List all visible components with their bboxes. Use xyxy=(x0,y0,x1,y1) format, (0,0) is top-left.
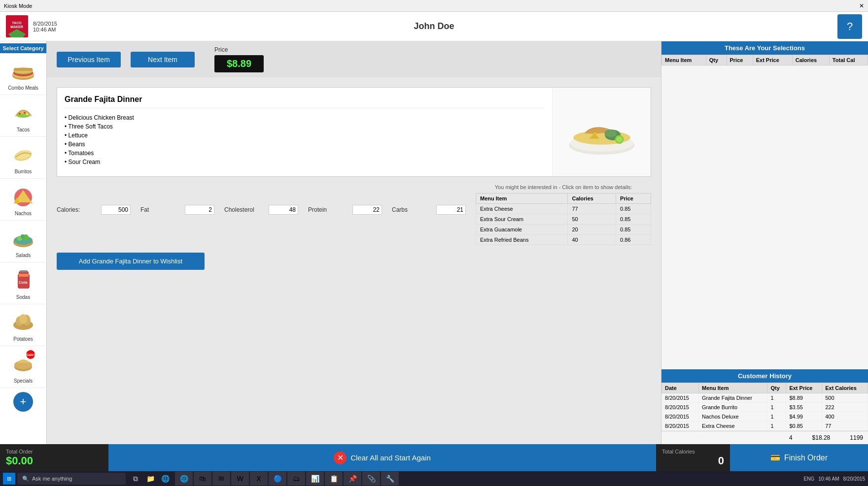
sidebar-item-potatoes[interactable]: Potatoes xyxy=(0,304,46,346)
salads-label: Salads xyxy=(16,253,31,258)
wishlist-container: Add Grande Fajita Dinner to Wishlist xyxy=(57,253,205,270)
app-misc5[interactable]: 📎 xyxy=(362,472,380,486)
suggestion-name-1: Extra Sour Cream xyxy=(476,214,568,225)
suggestion-name-3: Extra Refried Beans xyxy=(476,235,568,245)
fat-value[interactable] xyxy=(185,205,214,215)
sidebar-item-specials[interactable]: Sale! Specials xyxy=(0,346,46,388)
close-button[interactable]: ✕ xyxy=(859,2,864,9)
item-ingredients: Delicious Chicken Breast Three Soft Taco… xyxy=(65,113,545,166)
hist-price-3: $0.85 xyxy=(786,421,822,431)
suggestion-price-1: 0.85 xyxy=(616,214,651,225)
selections-table: Menu Item Qty Price Ext Price Calories T… xyxy=(661,55,868,65)
app-store[interactable]: 🛍 xyxy=(194,472,211,486)
price-display: $8.89 xyxy=(214,55,264,72)
sidebar-item-salads[interactable]: Salads xyxy=(0,221,46,262)
taskview-button[interactable]: ⧉ xyxy=(130,473,141,485)
suggestion-name-2: Extra Guacamole xyxy=(476,225,568,235)
title-bar-text: Kiosk Mode xyxy=(4,3,32,9)
total-calories-section: Total Calories 0 xyxy=(656,444,730,471)
app-excel[interactable]: X xyxy=(250,472,268,486)
suggestion-price-3: 0.86 xyxy=(616,235,651,245)
title-bar: Kiosk Mode ✕ xyxy=(0,0,868,12)
sidebar-item-nachos[interactable]: Nachos xyxy=(0,179,46,221)
app-chrome[interactable]: 🔵 xyxy=(269,472,286,486)
suggestion-row-0[interactable]: Extra Cheese 77 0.85 xyxy=(476,204,651,214)
app-mail[interactable]: ✉ xyxy=(212,472,230,486)
suggestion-row-2[interactable]: Extra Guacamole 20 0.85 xyxy=(476,225,651,235)
edge-button[interactable]: 🌐 xyxy=(159,473,171,485)
app-misc3[interactable]: 📋 xyxy=(325,472,343,486)
hist-date-1: 8/20/2015 xyxy=(662,403,699,412)
finish-label: Finish Order xyxy=(784,454,828,462)
wishlist-button[interactable]: Add Grande Fajita Dinner to Wishlist xyxy=(57,253,205,270)
svg-rect-27 xyxy=(20,270,28,272)
svg-point-33 xyxy=(19,314,27,324)
suggestion-row-1[interactable]: Extra Sour Cream 50 0.85 xyxy=(476,214,651,225)
hist-cal-3: 77 xyxy=(822,421,868,431)
finish-order-button[interactable]: 💳 Finish Order xyxy=(730,444,868,471)
svg-rect-9 xyxy=(14,68,33,71)
main-container: Select Category Combo Meals xyxy=(0,41,868,444)
customer-history-header: Customer History xyxy=(661,369,868,383)
app-misc6[interactable]: 🔧 xyxy=(381,472,399,486)
suggestions-section: You might be interested in - Click on it… xyxy=(476,184,651,245)
app-misc2[interactable]: 📊 xyxy=(306,472,324,486)
taskbar: ⊞ 🔍 Ask me anything ⧉ 📁 🌐 🌐 🛍 ✉ W X 🔵 🗂 … xyxy=(0,471,868,486)
sidebar-item-tacos[interactable]: Tacos xyxy=(0,95,46,137)
fat-label: Fat xyxy=(140,206,185,213)
sel-col-menu-item: Menu Item xyxy=(662,55,706,65)
app-ie[interactable]: 🌐 xyxy=(175,472,193,486)
hist-item-0: Grande Fajita Dinner xyxy=(699,393,767,403)
explorer-button[interactable]: 📁 xyxy=(144,473,156,485)
app-misc1[interactable]: 🗂 xyxy=(287,472,305,486)
hist-date-3: 8/20/2015 xyxy=(662,421,699,431)
hist-item-3: Extra Cheese xyxy=(699,421,767,431)
hist-date-2: 8/20/2015 xyxy=(662,412,699,421)
app-misc4[interactable]: 📌 xyxy=(344,472,361,486)
combo-meals-icon xyxy=(10,57,37,84)
svg-text:MAKER: MAKER xyxy=(10,25,23,29)
sidebar-item-burritos[interactable]: Burritos xyxy=(0,137,46,179)
cholesterol-value[interactable] xyxy=(269,205,298,215)
start-button[interactable]: ⊞ xyxy=(3,473,15,485)
suggestion-calories-2: 20 xyxy=(568,225,616,235)
svg-point-12 xyxy=(24,112,26,114)
hist-item-2: Nachos Deluxe xyxy=(699,412,767,421)
next-item-button[interactable]: Next Item xyxy=(131,52,195,67)
hist-qty-0: 1 xyxy=(767,393,786,403)
nutrition-suggestions: Calories: Fat Cholesterol Protein xyxy=(57,184,651,245)
total-order-section: Total Order $0.00 xyxy=(0,444,108,471)
taskbar-search[interactable]: 🔍 Ask me anything xyxy=(17,473,126,485)
tacos-icon xyxy=(10,99,37,126)
calories-label: Calories: xyxy=(57,206,101,213)
help-button[interactable]: ? xyxy=(837,14,862,39)
suggestion-calories-0: 77 xyxy=(568,204,616,214)
previous-item-button[interactable]: Previous Item xyxy=(57,52,121,67)
carbs-row: Carbs xyxy=(392,184,466,235)
ingredient-4: Beans xyxy=(65,140,545,149)
sidebar-item-combo-meals[interactable]: Combo Meals xyxy=(0,53,46,95)
price-section: Price $8.89 xyxy=(214,46,264,72)
history-total-qty: 4 xyxy=(789,434,793,441)
hist-col-ext-calories: Ext Calories xyxy=(822,383,868,393)
app-word[interactable]: W xyxy=(231,472,249,486)
item-navigation: Previous Item Next Item Price $8.89 xyxy=(47,41,661,77)
history-table: Date Menu Item Qty Ext Price Ext Calorie… xyxy=(661,383,868,431)
total-order-amount: $0.00 xyxy=(6,454,103,467)
clear-label: Clear All and Start Again xyxy=(350,454,431,462)
clear-button[interactable]: ✕ Clear All and Start Again xyxy=(108,444,656,471)
sidebar-item-sodas[interactable]: Cola Sodas xyxy=(0,262,46,304)
calories-value[interactable] xyxy=(101,205,131,215)
suggestion-price-0: 0.85 xyxy=(616,204,651,214)
total-order-label: Total Order xyxy=(6,449,103,454)
suggestion-row-3[interactable]: Extra Refried Beans 40 0.86 xyxy=(476,235,651,245)
cholesterol-label: Cholesterol xyxy=(224,206,269,213)
search-icon: 🔍 xyxy=(22,476,29,482)
carbs-value[interactable] xyxy=(436,205,466,215)
protein-row: Protein xyxy=(308,184,382,235)
add-category-button[interactable]: + xyxy=(13,392,33,412)
specials-icon: Sale! xyxy=(10,350,37,377)
sel-col-total-cal: Total Cal xyxy=(829,55,868,65)
taskbar-icons: ⧉ 📁 🌐 xyxy=(130,473,171,485)
protein-value[interactable] xyxy=(352,205,382,215)
